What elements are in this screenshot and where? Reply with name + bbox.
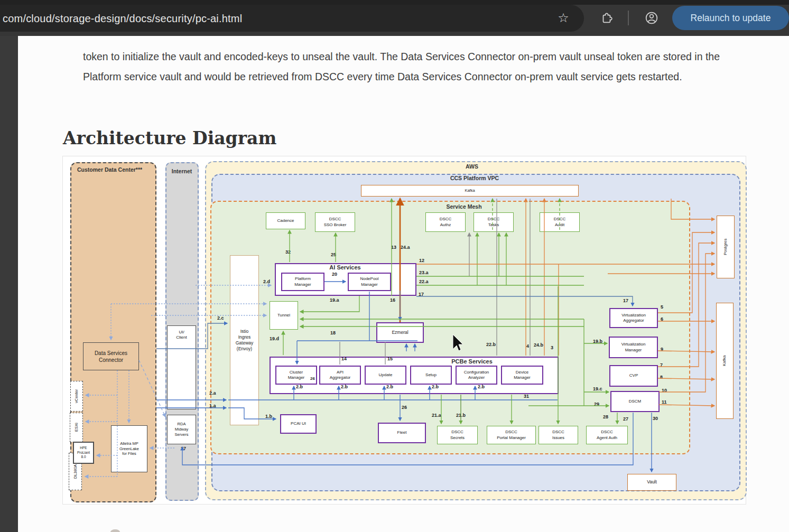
edge-label: 9 [661,347,663,352]
node-dscc-tasks: DSCC Tasks [474,212,514,232]
node-dscc-agent-auth: DSCC Agent Auth [586,426,628,444]
edge-label: 21.a [432,413,441,418]
edge-label: 22.a [419,279,429,284]
edge-label: 2.b [341,384,348,389]
node-postgres: Postgres [717,216,735,278]
node-dscc-portal-manager: DSCC Portal Manager [487,426,536,444]
edge-label: 1.b [265,414,272,419]
edge-label: 32 [285,249,291,255]
edge-label: 2.c [217,315,224,321]
edge-label: 2.b [386,384,393,389]
edge-label: 14 [341,356,347,361]
edge-label: 11 [662,399,667,405]
edge-label: 24.b [534,342,543,348]
node-tunnel: Tunnel [270,301,298,330]
edge-label: 19.c [593,386,602,391]
edge-label: 2.b [478,384,485,389]
node-device-manager: Device Manager [501,366,543,385]
edge-label: 12 [419,258,424,263]
edge-label: 26 [310,376,315,381]
node-vault: Vault [627,474,676,491]
node-rda-midway-servers: RDA Midway Servers [167,415,196,444]
edge-label: 2.a [209,390,216,396]
edge-label: 2.b [296,384,303,389]
toolbar-separator [628,11,629,25]
node-update: Update [365,366,406,385]
node-pcai-ui: PCAI UI [280,414,317,434]
edge-label: 27 [181,446,186,451]
extensions-puzzle-icon[interactable] [596,7,617,29]
window-side-strip [0,36,18,532]
edge-label: 7 [660,362,663,368]
node-platform-manager: Platform Manager [281,273,324,291]
node-ezmeral: Ezmeral [376,322,424,343]
node-fleet: Fleet [378,423,426,443]
edge-label: 20 [332,272,337,277]
edge-label: 1.a [209,403,216,408]
node-label-ai-services: AI Services [311,264,379,270]
region-label-internet: Internet [168,168,196,174]
edge-label: 31 [524,394,529,399]
edge-label: 2.b [432,384,439,389]
edge-label: 8 [660,375,663,380]
body-paragraph: token to initialize the vault and encode… [83,46,759,87]
node-hpe-proliant: HPE ProLiant 8.0 [73,442,94,464]
node-api-aggregator: API Aggregator [319,366,361,385]
region-label-aws: AWS [453,163,490,170]
node-kafka-top-bar: Kafka [361,185,579,197]
edge-label: 2.d [263,279,270,284]
node-ui-client: UI/ Client [167,325,196,409]
node-virtualization-manager: Virtualization Manager [609,337,658,358]
node-configuration-analyzer: Configuration Analyzer [456,366,497,385]
region-label-customer-dc: Customer Data Center*** [77,166,142,173]
edge-label: 22.b [486,342,496,347]
node-dscc-authz: DSCC Authz [425,212,466,232]
edge-label: 28 [603,414,608,419]
node-label-pcbe-services: PCBe Services [443,358,501,365]
node-nodepool-manager: NodePool Manager [348,273,391,291]
page-heading: Architecture Diagram [63,128,276,148]
browser-toolbar: com/cloud/storage-design/docs/security/p… [0,0,789,36]
edge-label: 6 [661,316,663,322]
relaunch-to-update-button[interactable]: Relaunch to update [672,6,789,30]
edge-label: 10 [662,388,667,393]
node-dscc-secrets: DSCC Secrets [437,426,478,444]
node-cadence: Cadence [266,212,305,229]
node-alletra-greenlake: Alletra MP GreenLake for Files [111,425,147,472]
edge-label: 17 [623,298,628,303]
edge-label: 26 [402,405,407,410]
node-setup: Setup [410,366,452,385]
edge-label: 25 [331,252,336,257]
edge-label: 19.b [593,339,602,344]
edge-label: 16 [390,297,395,303]
browser-window: com/cloud/storage-design/docs/security/p… [0,0,789,532]
node-dscc-audit: DSCC Audit [540,212,580,232]
node-dscc-issues: DSCC Issues [539,426,578,444]
region-label-vpc: CCS Platform VPC [438,175,512,181]
region-label-service-mesh: Service Mesh [438,203,490,210]
node-cvp: CVP [609,365,658,387]
url-text[interactable]: com/cloud/storage-design/docs/security/p… [3,13,242,25]
node-vcenter: vCenter [70,381,83,412]
edge-label: 21.b [456,413,466,418]
edge-label: 4 [526,343,529,349]
edge-label: 19.d [270,336,279,341]
edge-label: 27 [623,416,628,422]
node-virtualization-aggregator: Virtualization Aggregator [609,308,658,328]
edge-label: 5 [661,304,663,310]
node-esxi: ESXi [70,413,83,442]
node-kafka-right: Kafka [716,303,734,419]
profile-avatar-icon[interactable] [641,7,662,29]
window-top-strip [0,0,789,5]
bookmark-star-icon[interactable]: ☆ [553,7,574,29]
url-bar[interactable]: com/cloud/storage-design/docs/security/p… [0,5,584,32]
node-dscc-sso-broker: DSCC SSO Broker [315,212,355,232]
edge-label: 3 [551,345,553,350]
edge-label: 18 [330,330,336,335]
person-icon [645,11,658,25]
edge-label: 17 [419,292,424,297]
edge-label: 13 [391,245,396,250]
node-istio-ingress-gateway: Istio Ingres Gateway (Envoy) [230,255,259,425]
edge-label: 30 [653,416,658,421]
edge-label: 15 [387,356,393,361]
